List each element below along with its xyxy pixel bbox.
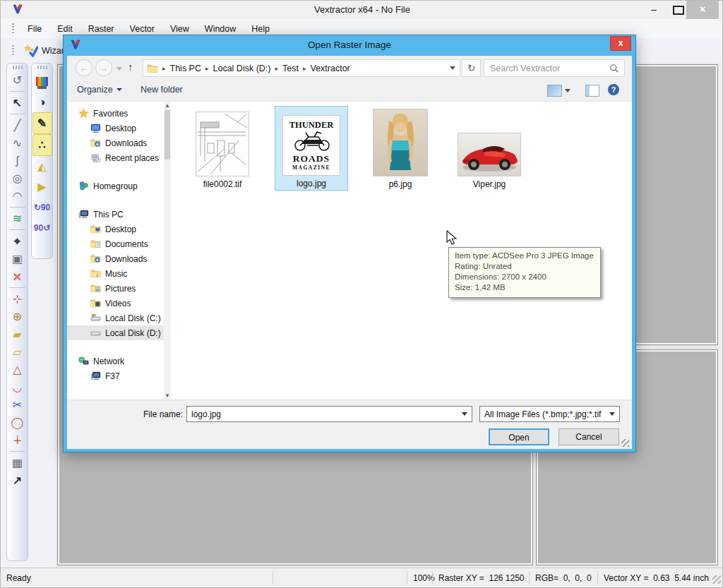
scroll-up-icon[interactable]: ▲ [164, 102, 171, 109]
breadcrumb-segment[interactable]: Local Disk (D:) [213, 64, 271, 73]
toolbar-drag-grip[interactable] [13, 66, 23, 69]
dialog-close-button[interactable]: x [610, 36, 631, 51]
sidebar-item-local-disk-c[interactable]: Local Disk (C:) [67, 311, 164, 325]
sidebar-item-music[interactable]: Music [67, 266, 164, 281]
view-dropdown-icon[interactable] [565, 89, 570, 92]
file-type-select[interactable]: All Image Files (*.bmp;*.jpg;*.tif [479, 406, 620, 422]
breadcrumb-segment[interactable]: Test [282, 64, 299, 73]
invert-raster-tool-button[interactable]: ◑ [33, 92, 52, 112]
remove-dots-tool-button[interactable]: ∴ [32, 134, 52, 156]
breadcrumb-segment[interactable]: This PC [170, 64, 201, 73]
open-button[interactable]: Open [489, 428, 549, 445]
snap-tool-button[interactable]: ↗ [8, 472, 27, 489]
address-dropdown-icon[interactable] [450, 66, 455, 70]
pan-tool-button[interactable]: ⌖ [8, 232, 27, 250]
minimize-button[interactable]: – [645, 2, 663, 18]
draw-line-tool-button[interactable]: ╱ [8, 116, 27, 134]
sidebar-item-network[interactable]: Network [67, 354, 164, 368]
select-tool-button[interactable]: ↖ [8, 94, 27, 112]
breadcrumb-chevron-icon: ▸ [270, 65, 282, 72]
toolbar-separator[interactable] [10, 229, 25, 230]
scrollbar-thumb[interactable] [165, 110, 170, 160]
sidebar-item-downloads-favorite[interactable]: Downloads [67, 136, 164, 150]
sidebar-item-videos[interactable]: Videos [67, 296, 164, 311]
close-button[interactable]: × [686, 1, 719, 19]
sidebar-item-downloads[interactable]: Downloads [67, 251, 164, 266]
search-input[interactable]: Search Vextractor [484, 59, 625, 77]
sidebar-scrollbar[interactable]: ▲ ▼ [164, 102, 171, 400]
toolbar-separator[interactable] [10, 114, 25, 114]
toolbar-drag-grip[interactable] [12, 45, 14, 56]
menu-item[interactable]: File [20, 21, 49, 37]
sidebar-item-homegroup[interactable]: Homegroup [67, 179, 164, 193]
help-button[interactable]: ? [608, 84, 619, 95]
forward-button[interactable]: → [95, 59, 112, 76]
file-tile-file0002[interactable]: file0002.tif [186, 106, 259, 191]
copy-object-tool-button[interactable]: ▣ [8, 250, 27, 268]
sidebar-item-desktop[interactable]: Desktop [67, 222, 164, 236]
cancel-button[interactable]: Cancel [558, 428, 619, 445]
file-tile-logo[interactable]: THUNDER ROADS MAGAZINE [275, 106, 348, 191]
rotate-90-cw-tool-button[interactable]: ↻90 [33, 197, 52, 217]
maximize-button[interactable] [673, 6, 684, 15]
color-palette-tool-button[interactable] [33, 71, 52, 92]
sidebar-item-local-disk-d[interactable]: Local Disk (D:) [67, 325, 164, 340]
sidebar-item-this-pc[interactable]: This PC [67, 207, 164, 222]
add-arc-tool-button[interactable]: ◡ [8, 378, 27, 396]
toolbar-separator[interactable] [10, 451, 25, 452]
new-folder-button[interactable]: New folder [141, 85, 183, 95]
delete-tool-button[interactable]: × [8, 268, 27, 285]
toolbar-separator[interactable] [10, 91, 25, 92]
window-resize-grip[interactable] [712, 575, 721, 584]
sidebar-item-documents[interactable]: Documents [67, 236, 164, 251]
toolbar-drag-grip[interactable] [37, 66, 47, 69]
scroll-down-icon[interactable]: ▼ [164, 392, 171, 399]
file-browser-area: Favorites Desktop Downloads [67, 102, 632, 400]
sidebar-item-f37[interactable]: F37 [67, 368, 164, 383]
sidebar-item-desktop-favorite[interactable]: Desktop [67, 121, 164, 136]
mirror-horizontal-tool-button[interactable]: ▶ [33, 176, 52, 197]
chevron-down-icon[interactable] [462, 412, 467, 416]
toolbar-separator[interactable] [10, 207, 25, 208]
rotate-90-ccw-tool-button[interactable]: 90↺ [33, 217, 52, 238]
viper-thumbnail [458, 133, 521, 176]
draw-polyline-tool-button[interactable]: ∿ [8, 134, 27, 152]
draw-circle-tool-button[interactable]: ◎ [8, 169, 27, 187]
chevron-down-icon[interactable] [609, 412, 615, 416]
preview-pane-button[interactable] [585, 85, 599, 97]
organize-button[interactable]: Organize [77, 85, 122, 95]
mirror-vertical-tool-button[interactable]: ◭ [33, 156, 52, 176]
dialog-resize-grip[interactable] [621, 439, 629, 447]
file-name-label: Viper.jpg [473, 179, 506, 191]
file-tile-viper[interactable]: Viper.jpg [453, 106, 526, 191]
move-node-tool-button[interactable]: ⊹ [8, 290, 27, 308]
move-center-tool-button[interactable]: ⊕ [8, 308, 27, 325]
status-ready: Ready [6, 573, 31, 583]
sidebar-item-recent-places[interactable]: Recent places [67, 150, 164, 165]
file-tile-p6[interactable]: p6.jpg [364, 106, 437, 191]
despeckle-tool-button[interactable]: ✎ [32, 112, 52, 134]
up-one-level-button[interactable]: ↑ [128, 61, 133, 73]
sidebar-item-favorites[interactable]: Favorites [67, 106, 164, 121]
undo-tool-button[interactable]: ↺ [8, 71, 27, 89]
breadcrumb[interactable]: ▸ This PC ▸ Local Disk (D:) ▸ Test [143, 59, 460, 77]
back-button[interactable]: ← [76, 59, 92, 76]
toolbar-drag-grip[interactable] [12, 23, 14, 35]
refresh-button[interactable]: ↻ [462, 59, 481, 77]
file-name-input[interactable]: logo.jpg [186, 406, 472, 422]
add-circle-tool-button[interactable]: ◯ [8, 414, 27, 431]
breadcrumb-segment[interactable]: Vextractor [310, 64, 349, 73]
toolbar-separator[interactable] [10, 287, 25, 288]
draw-arc-tool-button[interactable]: ◠ [8, 187, 27, 205]
add-vertex-tool-button[interactable]: △ [8, 361, 27, 378]
recent-locations-dropdown-icon[interactable] [116, 67, 122, 71]
sidebar-item-pictures[interactable]: Pictures [67, 281, 164, 296]
erase-segment-tool-button[interactable]: ▱ [8, 343, 27, 361]
eraser-tool-button[interactable]: ▰ [8, 325, 27, 343]
grid-tool-button[interactable]: ▦ [8, 454, 27, 472]
split-segment-tool-button[interactable]: ∔ [8, 431, 27, 449]
cut-tool-button[interactable]: ✂ [8, 396, 27, 414]
change-view-button[interactable] [547, 85, 562, 97]
trace-lines-tool-button[interactable]: ≋ [8, 210, 27, 227]
draw-spline-tool-button[interactable]: ʃ [8, 152, 27, 169]
